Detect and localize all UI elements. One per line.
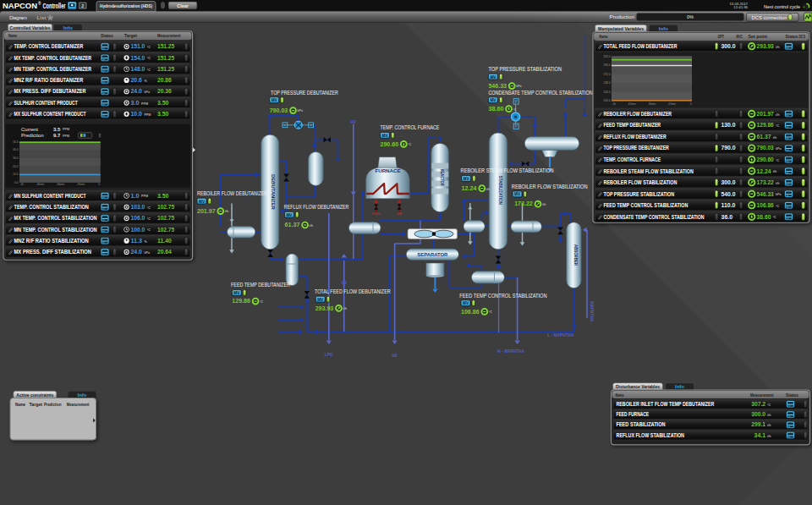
svg-text:FEED FURNACE: FEED FURNACE	[617, 411, 650, 417]
svg-text:546.33: 546.33	[757, 191, 774, 197]
svg-text:kPa: kPa	[298, 109, 304, 113]
svg-text:°C: °C	[147, 217, 151, 221]
svg-text:151.25: 151.25	[157, 55, 174, 61]
svg-text:MV: MV	[382, 134, 389, 138]
svg-text:130.0: 130.0	[721, 122, 736, 128]
svg-text:40.0: 40.0	[13, 148, 18, 151]
svg-text:12.24: 12.24	[462, 185, 477, 191]
svg-text:Status: Status	[101, 33, 113, 38]
svg-text:MN SULPHUR CONTENT PRODUCT: MN SULPHUR CONTENT PRODUCT	[14, 193, 86, 199]
svg-text:°C: °C	[776, 124, 779, 128]
svg-text:790.03: 790.03	[757, 145, 774, 151]
svg-text:t/h: t/h	[776, 113, 780, 117]
svg-text:38.60: 38.60	[488, 106, 503, 112]
svg-text:°C: °C	[260, 300, 263, 304]
svg-text:307.2: 307.2	[751, 401, 765, 407]
svg-text:REBOILER FLOW STABILIZATION: REBOILER FLOW STABILIZATION	[512, 184, 588, 189]
svg-text:106.0: 106.0	[131, 215, 145, 221]
svg-text:t/h: t/h	[767, 435, 771, 438]
svg-text:H2: H2	[351, 120, 357, 124]
svg-text:°C: °C	[147, 228, 151, 232]
svg-text:129.86: 129.86	[232, 298, 250, 304]
svg-text:MV: MV	[317, 298, 324, 302]
svg-text:REBOILER FLOW DEBUTANIZER: REBOILER FLOW DEBUTANIZER	[197, 190, 268, 196]
svg-text:MX TEMP. CONTROL DEBUTANIZER: MX TEMP. CONTROL DEBUTANIZER	[14, 55, 92, 61]
svg-text:t/h: t/h	[776, 182, 780, 185]
svg-text:224.0: 224.0	[604, 91, 611, 94]
svg-text:REACTOR: REACTOR	[440, 169, 444, 187]
svg-text:t/h: t/h	[773, 170, 777, 173]
svg-text:129.86: 129.86	[757, 122, 774, 128]
svg-text:REBOILER FLOW DEBUTANIZER: REBOILER FLOW DEBUTANIZER	[604, 111, 672, 117]
svg-text:Status: Status	[786, 34, 798, 39]
svg-text:kPa: kPa	[776, 147, 782, 151]
svg-text:Name: Name	[15, 402, 25, 407]
svg-text:20.6: 20.6	[131, 77, 143, 83]
svg-text:Diagram: Diagram	[9, 14, 27, 20]
svg-text:LPG: LPG	[325, 353, 333, 357]
svg-text:MV: MV	[490, 75, 497, 80]
svg-text:106.86: 106.86	[461, 309, 480, 315]
svg-text:°C: °C	[489, 310, 492, 314]
svg-text:t/h: t/h	[486, 188, 490, 191]
svg-text:Status: Status	[786, 392, 798, 398]
svg-text:11.3: 11.3	[131, 238, 143, 244]
svg-text:Measurement: Measurement	[750, 392, 774, 398]
svg-text:3.5: 3.5	[53, 127, 61, 132]
svg-text:t/h: t/h	[767, 414, 771, 417]
svg-text:°C: °C	[776, 159, 779, 162]
svg-text:Clear: Clear	[177, 3, 189, 8]
svg-text:Info: Info	[675, 384, 684, 389]
svg-text:SEPARATOR: SEPARATOR	[417, 253, 448, 257]
svg-text:100.0: 100.0	[131, 227, 145, 233]
svg-text:kPa: kPa	[144, 91, 151, 94]
svg-text:kPa: kPa	[516, 85, 522, 88]
svg-text:540.0: 540.0	[721, 191, 736, 197]
svg-text:320.0: 320.0	[604, 55, 611, 58]
svg-text:NAPHTHA: NAPHTHA	[590, 302, 594, 322]
svg-text:Current: Current	[21, 127, 38, 132]
svg-text:t/h: t/h	[542, 203, 546, 206]
svg-text:34.1: 34.1	[754, 432, 766, 438]
svg-text:CONDENSATE TEMP CONTROL STABIL: CONDENSATE TEMP CONTROL STABILIZATION	[604, 214, 705, 220]
svg-text:MV: MV	[199, 200, 206, 204]
svg-text:-15min: -15min	[76, 183, 85, 186]
svg-text:151.25: 151.25	[157, 43, 174, 49]
svg-text:300.0: 300.0	[721, 43, 736, 49]
svg-text:MV: MV	[286, 213, 293, 217]
svg-text:REBOILER STEAM FLOW STABILIZAT: REBOILER STEAM FLOW STABILIZATION	[461, 167, 554, 173]
svg-text:293.93: 293.93	[315, 305, 334, 311]
svg-text:Target: Target	[124, 33, 137, 38]
svg-text:Name: Name	[8, 33, 17, 38]
svg-text:H - NAPHTHA: H - NAPHTHA	[497, 349, 525, 354]
svg-text:t/h: t/h	[310, 224, 313, 228]
svg-text:MN TEMP. CONTROL STABILIZATION: MN TEMP. CONTROL STABILIZATION	[14, 227, 97, 233]
svg-text:FEED TEMP CONTROL STABILIZATIO: FEED TEMP CONTROL STABILIZATION	[604, 202, 689, 208]
svg-text:-30min: -30min	[57, 183, 65, 186]
svg-text:P: P	[515, 124, 518, 129]
svg-text:MNZ R/F RATIO STABILIZATION: MNZ R/F RATIO STABILIZATION	[14, 238, 90, 244]
svg-text:°C: °C	[513, 108, 517, 112]
svg-text:t/h: t/h	[225, 210, 228, 213]
svg-text:50.0: 50.0	[13, 140, 18, 144]
svg-text:PPM: PPM	[141, 195, 148, 198]
svg-text:102.75: 102.75	[157, 215, 174, 221]
svg-text:ABSORBER: ABSORBER	[573, 244, 578, 266]
svg-text:-1h: -1h	[20, 183, 25, 186]
svg-text:TOTAL FEED FLOW DEBUTANIZER: TOTAL FEED FLOW DEBUTANIZER	[604, 43, 678, 49]
svg-text:Next control cycle: Next control cycle	[764, 4, 800, 9]
svg-text:24.0: 24.0	[131, 88, 143, 94]
svg-text:790.03: 790.03	[270, 107, 288, 113]
svg-text:11.40: 11.40	[157, 238, 172, 244]
svg-text:102.75: 102.75	[157, 227, 174, 233]
svg-text:200.0: 200.0	[604, 99, 611, 102]
svg-text:173.22: 173.22	[514, 200, 533, 206]
svg-text:154.0: 154.0	[131, 55, 145, 61]
svg-text:MV: MV	[490, 98, 497, 102]
svg-text:PPM: PPM	[144, 113, 151, 117]
svg-text:296.0: 296.0	[604, 63, 611, 67]
svg-text:3.0: 3.0	[131, 100, 140, 106]
svg-text:148.0: 148.0	[131, 66, 145, 72]
svg-text:°C: °C	[147, 46, 151, 49]
svg-text:24.0: 24.0	[131, 249, 143, 255]
